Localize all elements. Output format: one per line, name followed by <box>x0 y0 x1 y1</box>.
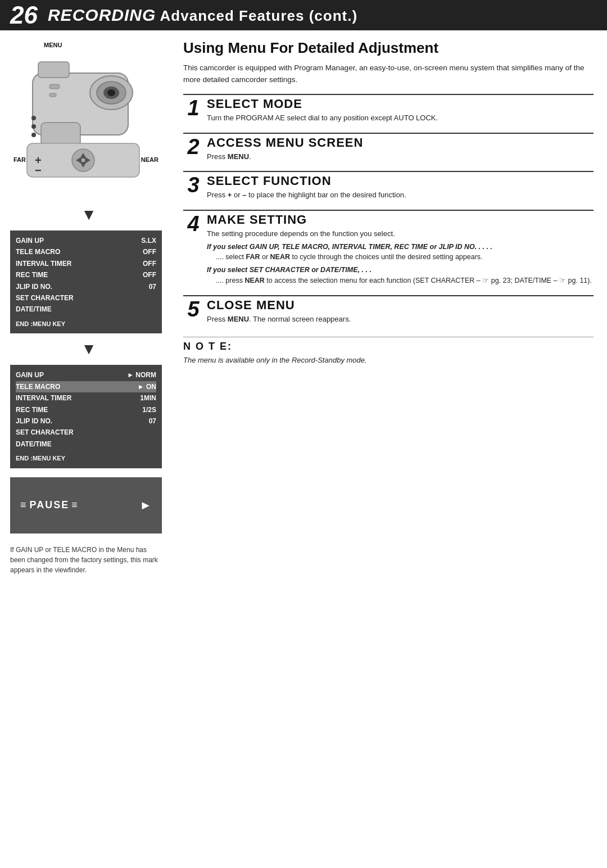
step-4-subnote-2: If you select SET CHARACTER or DATE/TIME… <box>207 265 594 275</box>
menu-label-tele-macro: TELE MACRO <box>16 246 60 257</box>
step-2-header: 2 ACCESS MENU SCREEN Press MENU. <box>183 133 594 166</box>
svg-point-18 <box>31 124 36 129</box>
step-1-header: 1 SELECT MODE Turn the PROGRAM AE select… <box>183 94 594 127</box>
menu2-value-jlip-id: 07 <box>149 415 156 427</box>
menu2-label-interval-timer: INTERVAL TIMER <box>16 392 71 404</box>
svg-point-4 <box>107 89 115 96</box>
svg-rect-8 <box>49 93 56 97</box>
menu-box-1: GAIN UP S.LX TELE MACRO OFF INTERVAL TIM… <box>10 230 162 333</box>
step-2-number: 2 <box>183 134 203 166</box>
menu2-value-rec-time: 1/2S <box>142 404 156 415</box>
menu2-value-gain-up: ► NORM <box>127 369 156 381</box>
menu-row-jlip-id: JLIP ID NO. 07 <box>16 281 156 292</box>
menu2-label-set-char: SET CHARACTER <box>16 427 74 438</box>
menu-label: MENU <box>44 42 62 48</box>
note-text: The menu is available only in the Record… <box>183 355 594 366</box>
intro-text: This camcorder is equipped with Program … <box>183 62 594 86</box>
step-5-text: Press MENU. The normal screen reappears. <box>207 314 594 325</box>
menu-value-tele-macro: OFF <box>143 246 156 257</box>
note-title: N O T E: <box>183 341 594 352</box>
step-3-number: 3 <box>183 172 203 204</box>
step-2-content: ACCESS MENU SCREEN Press MENU. <box>203 134 594 166</box>
step-1-text: Turn the PROGRAM AE select dial to any p… <box>207 112 594 124</box>
menu2-label-date-time: DATE/TIME <box>16 438 52 450</box>
step-4: 4 MAKE SETTING The setting procedure dep… <box>183 210 594 290</box>
end-menu-key-2: END :MENU KEY <box>16 453 156 464</box>
pause-lines-right: ≡ <box>71 499 79 511</box>
page-header: 26 RECORDING Advanced Features (cont.) <box>0 0 607 30</box>
menu-row2-tele-macro: TELE MACRO ► ON <box>16 381 156 392</box>
menu-label-gain-up: GAIN UP <box>16 235 44 246</box>
step-3-content: SELECT FUNCTION Press + or – to place th… <box>203 172 594 204</box>
step-3-text: Press + or – to place the highlight bar … <box>207 189 594 201</box>
camcorder-illustration: MENU + − <box>10 39 162 197</box>
svg-point-17 <box>31 116 36 120</box>
svg-text:−: − <box>35 164 42 177</box>
bottom-caption: If GAIN UP or TELE MACRO in the Menu has… <box>10 545 162 575</box>
step-1: 1 SELECT MODE Turn the PROGRAM AE select… <box>183 94 594 127</box>
menu-row-date-time: DATE/TIME <box>16 304 156 315</box>
step-5: 5 CLOSE MENU Press MENU. The normal scre… <box>183 295 594 328</box>
step-1-content: SELECT MODE Turn the PROGRAM AE select d… <box>203 95 594 127</box>
step-2: 2 ACCESS MENU SCREEN Press MENU. <box>183 133 594 166</box>
step-2-text: Press MENU. <box>207 151 594 162</box>
step-4-subnote-1-indent: .... select FAR or NEAR to cycle through… <box>207 252 594 263</box>
step-1-heading: SELECT MODE <box>207 97 594 111</box>
menu2-value-interval-timer: 1MIN <box>140 392 156 404</box>
arrow-down-2: ▼ <box>10 340 167 358</box>
menu-value-interval-timer: OFF <box>143 258 156 269</box>
left-column: MENU + − <box>0 30 174 584</box>
step-5-number: 5 <box>183 296 203 328</box>
step-1-number: 1 <box>183 95 203 127</box>
step-5-content: CLOSE MENU Press MENU. The normal screen… <box>203 296 594 328</box>
menu-row2-gain-up: GAIN UP ► NORM <box>16 369 156 381</box>
menu-row2-jlip-id: JLIP ID NO. 07 <box>16 415 156 427</box>
pause-label: PAUSE <box>30 499 70 511</box>
menu-row-tele-macro: TELE MACRO OFF <box>16 246 156 257</box>
step-4-text: The setting procedure depends on the fun… <box>207 228 594 239</box>
menu-value-gain-up: S.LX <box>141 235 156 246</box>
menu-label-jlip-id: JLIP ID NO. <box>16 281 52 292</box>
header-title: RECORDING Advanced Features (cont.) <box>48 6 357 25</box>
step-5-header: 5 CLOSE MENU Press MENU. The normal scre… <box>183 295 594 328</box>
end-menu-key-1: END :MENU KEY <box>16 319 156 329</box>
menu-label-interval-timer: INTERVAL TIMER <box>16 258 71 269</box>
step-3-heading: SELECT FUNCTION <box>207 174 594 188</box>
menu-row2-interval-timer: INTERVAL TIMER 1MIN <box>16 392 156 404</box>
menu2-label-gain-up: GAIN UP <box>16 369 44 381</box>
svg-rect-7 <box>49 84 60 89</box>
menu2-label-tele-macro: TELE MACRO <box>16 381 60 392</box>
menu-value-jlip-id: 07 <box>149 281 156 292</box>
menu2-label-rec-time: REC TIME <box>16 404 48 415</box>
svg-point-12 <box>72 149 94 171</box>
step-4-subnote-1: If you select GAIN UP, TELE MACRO, INTER… <box>207 242 594 252</box>
pause-box: ≡ PAUSE ≡ ► <box>10 477 162 534</box>
arrow-down-1: ▼ <box>10 206 167 224</box>
step-3: 3 SELECT FUNCTION Press + or – to place … <box>183 171 594 204</box>
step-4-subnote-2-indent: .... press NEAR to access the selection … <box>207 275 594 286</box>
far-label: FAR <box>13 156 26 163</box>
note-section: N O T E: The menu is available only in t… <box>183 337 594 366</box>
step-4-content: MAKE SETTING The setting procedure depen… <box>203 211 594 290</box>
menu-row2-set-char: SET CHARACTER <box>16 427 156 438</box>
pause-text: ≡ PAUSE ≡ <box>20 499 79 511</box>
pause-lines-left: ≡ <box>20 499 28 511</box>
menu2-label-jlip-id: JLIP ID NO. <box>16 415 52 427</box>
step-5-heading: CLOSE MENU <box>207 299 594 312</box>
menu-label-date-time: DATE/TIME <box>16 304 52 315</box>
menu-row-set-char: SET CHARACTER <box>16 292 156 304</box>
menu-row-interval-timer: INTERVAL TIMER OFF <box>16 258 156 269</box>
svg-rect-5 <box>38 62 69 78</box>
page-number: 26 <box>10 3 38 28</box>
pause-arrow-icon: ► <box>139 498 152 513</box>
step-4-heading: MAKE SETTING <box>207 213 594 227</box>
step-4-number: 4 <box>183 211 203 290</box>
menu-row-gain-up: GAIN UP S.LX <box>16 235 156 246</box>
menu-label-set-char: SET CHARACTER <box>16 292 74 304</box>
menu2-value-tele-macro: ► ON <box>138 381 156 392</box>
main-layout: MENU + − <box>0 30 607 584</box>
menu-box-2: GAIN UP ► NORM TELE MACRO ► ON INTERVAL … <box>10 365 162 468</box>
menu-row2-rec-time: REC TIME 1/2S <box>16 404 156 415</box>
step-3-header: 3 SELECT FUNCTION Press + or – to place … <box>183 171 594 204</box>
menu-label-rec-time: REC TIME <box>16 269 48 281</box>
